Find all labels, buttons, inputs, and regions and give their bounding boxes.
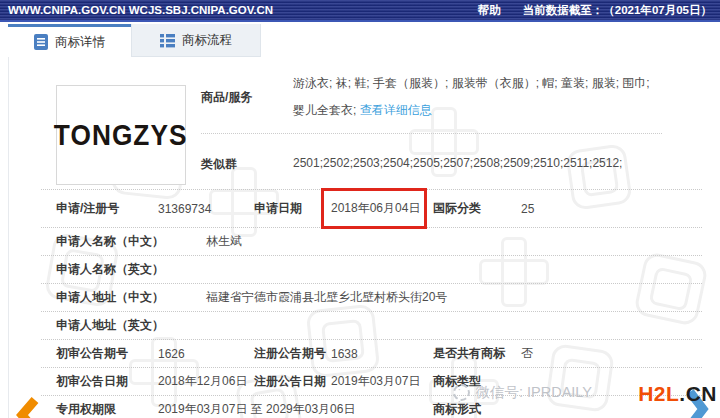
similar-group-row: 类似群 2501;2502;2503;2504;2505;2507;2508;2… xyxy=(201,156,662,173)
list-icon xyxy=(160,33,175,48)
applicant-addr-en-label: 申请人地址（英文） xyxy=(56,317,206,334)
reg-notice-date-value: 2019年03月07日 xyxy=(331,373,433,390)
trademark-detail-page: WWW.CNIPA.GOV.CN WCJS.SBJ.CNIPA.GOV.CN 帮… xyxy=(0,0,720,418)
tab-label: 商标详情 xyxy=(55,34,105,51)
applicant-name-en-row: 申请人名称（英文） xyxy=(41,256,702,284)
applicant-name-en-label: 申请人名称（英文） xyxy=(56,261,206,278)
exclusive-term-value: 2019年03月07日 至 2029年03月06日 xyxy=(158,401,433,418)
data-cutoff-text: 当前数据截至：（2021年07月05日） xyxy=(523,3,712,18)
first-notice-date-value: 2018年12月06日 xyxy=(158,373,254,390)
applicant-addr-cn-value: 福建省宁德市霞浦县北壁乡北壁村桥头街20号 xyxy=(206,289,447,306)
trademark-image: TONGZYS xyxy=(56,85,186,185)
apply-date-value: 2018年06月04日 xyxy=(331,200,433,217)
goods-services-row: 商品/服务 游泳衣; 袜; 鞋; 手套（服装）; 服装带（衣服）; 帽; 童装;… xyxy=(201,69,662,125)
applicant-name-cn-label: 申请人名称（中文） xyxy=(56,233,206,250)
goods-services-value: 游泳衣; 袜; 鞋; 手套（服装）; 服装带（衣服）; 帽; 童装; 服装; 围… xyxy=(293,76,650,117)
chevron-left-icon[interactable] xyxy=(15,395,39,418)
reg-notice-no-label: 注册公告期号 xyxy=(254,345,331,362)
exclusive-term-label: 专用权期限 xyxy=(56,401,158,418)
divider xyxy=(201,133,662,134)
watermark-credit: 微信号: IPRDAILY xyxy=(453,383,592,402)
applicant-addr-cn-row: 申请人地址（中文） 福建省宁德市霞浦县北壁乡北壁村桥头街20号 xyxy=(41,284,702,312)
document-icon xyxy=(34,34,48,50)
first-notice-no-label: 初审公告期号 xyxy=(56,345,158,362)
tab-bar: 商标详情 商标流程 xyxy=(8,24,261,57)
goods-services-label: 商品/服务 xyxy=(201,89,293,106)
view-details-link[interactable]: 查看详细信息 xyxy=(360,103,432,117)
intl-class-value: 25 xyxy=(521,202,534,216)
intl-class-label: 国际分类 xyxy=(433,200,521,217)
logo-suffix-text: .CN xyxy=(679,382,717,405)
notice-number-row: 初审公告期号 1626 注册公告期号 1638 是否共有商标 否 xyxy=(41,340,702,368)
similar-group-value: 2501;2502;2503;2504;2505;2507;2508;2509;… xyxy=(293,156,622,173)
logo-main-text: H2L xyxy=(638,382,679,405)
top-bar: WWW.CNIPA.GOV.CN WCJS.SBJ.CNIPA.GOV.CN 帮… xyxy=(0,0,720,22)
first-notice-date-label: 初审公告日期 xyxy=(56,373,158,390)
detail-table: 申请/注册号 31369734 申请日期 2018年06月04日 国际分类 25… xyxy=(41,189,702,418)
trademark-text: TONGZYS xyxy=(54,118,188,151)
applicant-addr-cn-label: 申请人地址（中文） xyxy=(56,289,206,306)
applicant-addr-en-row: 申请人地址（英文） xyxy=(41,312,702,340)
h2l-logo: H2L.CN xyxy=(638,382,717,406)
registration-row: 申请/注册号 31369734 申请日期 2018年06月04日 国际分类 25 xyxy=(41,190,702,228)
tab-trademark-detail[interactable]: 商标详情 xyxy=(8,24,131,57)
reg-notice-no-value: 1638 xyxy=(331,347,433,361)
shared-mark-value: 否 xyxy=(521,345,533,362)
reg-no-label: 申请/注册号 xyxy=(56,200,158,217)
reg-notice-date-label: 注册公告日期 xyxy=(254,373,331,390)
tab-label: 商标流程 xyxy=(182,32,232,49)
similar-group-label: 类似群 xyxy=(201,156,293,173)
detail-panel: TONGZYS 商品/服务 游泳衣; 袜; 鞋; 手套（服装）; 服装带（衣服）… xyxy=(8,57,720,418)
applicant-name-cn-row: 申请人名称（中文） 林生斌 xyxy=(41,228,702,256)
first-notice-no-value: 1626 xyxy=(158,347,254,361)
reg-no-value: 31369734 xyxy=(158,202,254,216)
notice-date-row: 初审公告日期 2018年12月06日 注册公告日期 2019年03月07日 商标… xyxy=(41,368,702,396)
applicant-name-cn-value: 林生斌 xyxy=(206,233,242,250)
wechat-id-text: 微信号: IPRDAILY xyxy=(475,383,592,402)
apply-date-label: 申请日期 xyxy=(254,200,331,217)
term-row: 专用权期限 2019年03月07日 至 2029年03月06日 商标形式 xyxy=(41,396,702,418)
mark-form-label: 商标形式 xyxy=(433,401,521,418)
wechat-smiley-icon xyxy=(453,384,470,401)
shared-mark-label: 是否共有商标 xyxy=(433,345,521,362)
tab-trademark-flow[interactable]: 商标流程 xyxy=(131,24,261,57)
site-url: WWW.CNIPA.GOV.CN WCJS.SBJ.CNIPA.GOV.CN xyxy=(8,4,273,16)
help-link[interactable]: 帮助 xyxy=(478,3,501,18)
